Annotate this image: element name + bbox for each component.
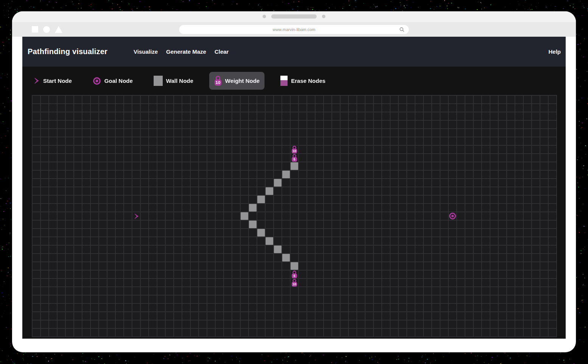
grid-cell[interactable]: [499, 162, 506, 170]
grid-cell[interactable]: [399, 137, 406, 145]
grid-cell[interactable]: [366, 212, 373, 220]
grid-cell[interactable]: [291, 129, 298, 137]
grid-cell[interactable]: [424, 254, 431, 261]
grid-cell[interactable]: [532, 96, 540, 103]
grid-cell[interactable]: [174, 129, 182, 137]
grid-cell[interactable]: [82, 137, 90, 145]
grid-cell[interactable]: [382, 196, 390, 203]
grid-cell[interactable]: [490, 304, 498, 311]
grid-cell[interactable]: [282, 196, 290, 203]
grid-cell[interactable]: [174, 262, 182, 270]
grid-cell[interactable]: [282, 229, 290, 236]
grid-cell[interactable]: [191, 237, 198, 245]
grid-cell[interactable]: [241, 112, 248, 120]
grid-cell[interactable]: [390, 171, 398, 178]
grid-cell[interactable]: [507, 237, 515, 245]
grid-cell[interactable]: [82, 320, 90, 328]
grid-cell[interactable]: [124, 262, 132, 270]
grid-cell[interactable]: [257, 296, 265, 303]
grid-cell[interactable]: [241, 304, 248, 311]
grid-cell[interactable]: [490, 137, 498, 145]
grid-cell[interactable]: [465, 221, 473, 228]
grid-cell[interactable]: [357, 154, 365, 162]
grid-cell[interactable]: [332, 137, 340, 145]
grid-cell[interactable]: [157, 204, 165, 212]
grid-cell[interactable]: [540, 312, 548, 320]
grid-cell[interactable]: [149, 121, 157, 128]
grid-cell[interactable]: [532, 154, 540, 162]
grid-cell[interactable]: [157, 279, 165, 286]
grid-cell[interactable]: [440, 162, 448, 170]
grid-cell[interactable]: [407, 229, 415, 236]
grid-cell[interactable]: [199, 237, 207, 245]
grid-cell[interactable]: [424, 237, 431, 245]
grid-cell[interactable]: [432, 262, 440, 270]
grid-cell[interactable]: [274, 212, 282, 220]
grid-cell[interactable]: [232, 212, 240, 220]
grid-cell[interactable]: [241, 104, 248, 112]
grid-cell[interactable]: [232, 237, 240, 245]
grid-cell[interactable]: [107, 329, 115, 336]
grid-cell[interactable]: [241, 287, 248, 295]
grid-cell[interactable]: [482, 204, 490, 212]
grid-cell[interactable]: [540, 262, 548, 270]
grid-cell[interactable]: [299, 154, 306, 162]
grid-cell[interactable]: [424, 196, 431, 203]
grid-cell[interactable]: [49, 187, 57, 195]
grid-cell[interactable]: [174, 171, 182, 178]
grid-cell[interactable]: [424, 221, 431, 228]
grid-cell[interactable]: [124, 96, 132, 103]
grid-cell[interactable]: [382, 154, 390, 162]
grid-cell[interactable]: [107, 104, 115, 112]
grid-cell[interactable]: [457, 146, 465, 153]
grid-cell[interactable]: [457, 196, 465, 203]
grid-cell[interactable]: [499, 279, 506, 286]
grid-cell[interactable]: [307, 121, 315, 128]
grid-cell[interactable]: [282, 320, 290, 328]
grid-cell[interactable]: [357, 329, 365, 336]
grid-cell[interactable]: [374, 154, 381, 162]
grid-cell[interactable]: [58, 204, 65, 212]
grid-cell[interactable]: [282, 262, 290, 270]
grid-cell[interactable]: [424, 320, 431, 328]
grid-cell[interactable]: [399, 237, 406, 245]
grid-cell[interactable]: [132, 237, 140, 245]
grid-cell[interactable]: [107, 262, 115, 270]
grid-cell[interactable]: [465, 329, 473, 336]
grid-cell[interactable]: [66, 171, 73, 178]
grid-cell[interactable]: [549, 146, 556, 153]
grid-cell[interactable]: [274, 329, 282, 336]
grid-cell[interactable]: [532, 129, 540, 137]
grid-cell[interactable]: [166, 254, 173, 261]
grid-cell[interactable]: [266, 312, 273, 320]
erase-nodes-button[interactable]: Erase Nodes: [275, 72, 330, 90]
grid-cell[interactable]: [457, 187, 465, 195]
grid-cell[interactable]: [532, 237, 540, 245]
grid-cell[interactable]: [191, 296, 198, 303]
grid-cell[interactable]: [141, 96, 148, 103]
grid-cell[interactable]: [116, 296, 123, 303]
grid-cell[interactable]: [390, 146, 398, 153]
grid-cell[interactable]: [116, 137, 123, 145]
grid-cell[interactable]: [49, 154, 57, 162]
wall-cell[interactable]: [282, 171, 290, 178]
grid-cell[interactable]: [449, 312, 456, 320]
grid-cell[interactable]: [357, 104, 365, 112]
grid-cell[interactable]: [58, 96, 65, 103]
grid-cell[interactable]: [341, 246, 348, 253]
grid-cell[interactable]: [382, 296, 390, 303]
grid-cell[interactable]: [482, 187, 490, 195]
grid-cell[interactable]: [366, 329, 373, 336]
grid-cell[interactable]: [157, 287, 165, 295]
grid-cell[interactable]: [74, 104, 82, 112]
grid-cell[interactable]: [216, 171, 223, 178]
wall-cell[interactable]: [291, 162, 298, 170]
grid-cell[interactable]: [440, 96, 448, 103]
grid-cell[interactable]: [374, 221, 381, 228]
grid-cell[interactable]: [341, 196, 348, 203]
grid-cell[interactable]: [332, 196, 340, 203]
start-node-button[interactable]: Start Node: [28, 73, 77, 88]
grid-cell[interactable]: [449, 204, 456, 212]
grid-cell[interactable]: [257, 146, 265, 153]
grid-cell[interactable]: [349, 204, 356, 212]
